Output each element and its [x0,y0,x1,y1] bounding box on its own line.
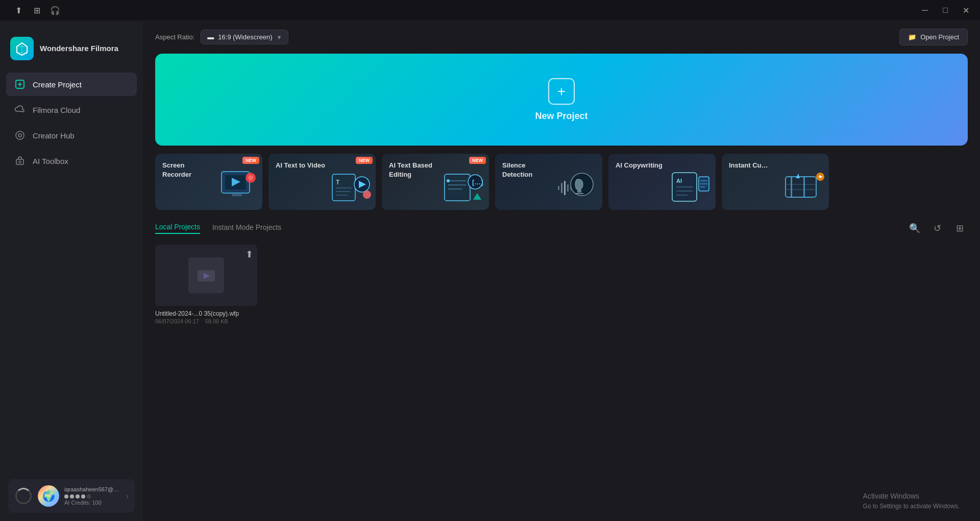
svg-point-4 [18,134,21,137]
grid-icon-btn[interactable]: ⊞ [29,2,45,18]
sidebar-item-label: Filmora Cloud [33,106,80,114]
sidebar-item-label: Creator Hub [33,131,75,140]
feature-card-screen-recorder[interactable]: NEW Screen Recorder [155,154,262,210]
svg-text:AI: AI [676,178,682,184]
filmora-cloud-icon [14,104,26,115]
refresh-button[interactable]: ↺ [929,220,945,236]
svg-rect-13 [332,174,355,201]
tab-instant-mode-projects[interactable]: Instant Mode Projects [212,223,281,233]
instant-cut-icon [780,167,826,207]
feature-card-label: Silence Detection [502,161,553,179]
svg-text:T: T [336,179,340,186]
feature-card-silence-detection[interactable]: Silence Detection [495,154,602,210]
project-thumbnail-inner [188,257,224,293]
minimize-button[interactable]: ─ [917,2,933,18]
svg-point-6 [19,161,21,163]
project-name: Untitled-2024-...0 35(copy).wfp [155,310,257,317]
search-button[interactable]: 🔍 [906,220,923,236]
project-size: 58.00 KB [205,318,228,324]
svg-rect-31 [558,186,559,190]
sidebar: Wondershare Filmora Create Project [0,20,143,521]
open-project-label: Open Project [920,33,959,41]
svg-point-12 [248,175,253,180]
projects-grid: ⬆ Untitled-2024-...0 35(copy).wfp 06/07/… [155,245,968,324]
ai-toolbox-icon [14,155,26,167]
new-badge: NEW [356,157,373,164]
svg-rect-32 [561,183,562,193]
project-meta: 06/07/2024 06:17 58.00 KB [155,318,257,324]
close-button[interactable]: ✕ [958,2,974,18]
titlebar-icons: ⬆ ⊞ 🎧 [6,2,63,18]
logo-area: Wondershare Filmora [0,29,143,73]
svg-rect-34 [567,184,569,192]
user-dots [64,494,121,499]
aspect-ratio-dropdown[interactable]: ▬ 16:9 (Widescreen) ▼ [201,30,288,44]
svg-rect-49 [803,177,805,197]
tab-local-projects[interactable]: Local Projects [155,223,200,234]
ai-text-based-editing-icon: […] [440,167,486,207]
user-info: iqraashaheen567@gmail.c... AI Credits: 1… [64,486,121,506]
feature-card-ai-copywriting[interactable]: AI Copywriting AI [608,154,716,210]
user-avatar: 🌍 [38,485,59,507]
activate-windows-notice: Activate Windows Go to Settings to activ… [863,491,960,511]
projects-tabs: Local Projects Instant Mode Projects 🔍 ↺… [155,220,968,236]
feature-card-instant-cut[interactable]: Instant Cu… [722,154,829,210]
sidebar-bottom: 🌍 iqraashaheen567@gmail.c... AI Credits:… [0,471,143,521]
svg-point-20 [363,191,371,199]
sidebar-item-create-project[interactable]: Create Project [6,73,137,96]
svg-rect-45 [786,177,816,197]
main-layout: Wondershare Filmora Create Project [0,20,980,521]
svg-text:[…]: […] [472,178,483,186]
feature-card-label: Instant Cu… [729,161,768,170]
svg-rect-48 [791,177,792,197]
dot-5 [87,494,91,499]
project-thumbnail: ⬆ [155,245,257,306]
loading-spinner [14,487,33,505]
new-badge: NEW [469,157,486,164]
screen-icon: ▬ [207,33,214,41]
svg-rect-10 [232,194,242,196]
user-card[interactable]: 🌍 iqraashaheen567@gmail.c... AI Credits:… [8,479,135,513]
new-badge: NEW [242,157,259,164]
headset-icon-btn[interactable]: 🎧 [47,2,63,18]
upload-icon-btn[interactable]: ⬆ [10,2,27,18]
projects-actions: 🔍 ↺ ⊞ [906,220,968,236]
nav-items: Create Project Filmora Cloud Creator [0,73,143,173]
screen-recorder-icon [214,167,260,207]
grid-view-button[interactable]: ⊞ [951,220,968,236]
user-credits: AI Credits: 100 [64,500,121,506]
ai-text-to-video-icon: T [327,167,373,207]
svg-rect-5 [16,159,23,164]
project-card[interactable]: ⬆ Untitled-2024-...0 35(copy).wfp 06/07/… [155,245,257,324]
svg-point-25 [447,179,450,182]
ai-copywriting-icon: AI [667,167,713,207]
feature-cards: NEW Screen Recorder NEW AI Text to V [155,154,968,210]
feature-card-label: AI Text to Video [276,161,325,170]
create-project-icon [14,79,26,90]
upload-icon: ⬆ [246,249,253,260]
svg-rect-35 [570,187,572,190]
open-project-button[interactable]: 📁 Open Project [899,29,968,45]
sidebar-item-creator-hub[interactable]: Creator Hub [6,124,137,147]
maximize-button[interactable]: □ [937,2,953,18]
sidebar-item-filmora-cloud[interactable]: Filmora Cloud [6,98,137,122]
chevron-down-icon: ▼ [277,34,282,40]
folder-icon: 📁 [908,33,916,41]
app-name: Wondershare Filmora [40,43,118,54]
dot-3 [76,494,80,499]
silence-detection-icon [554,167,600,207]
top-bar: Aspect Ratio: ▬ 16:9 (Widescreen) ▼ 📁 Op… [143,20,980,54]
dot-1 [64,494,68,499]
hero-banner[interactable]: + New Project [155,54,968,146]
dot-4 [81,494,85,499]
activate-windows-title: Activate Windows [863,491,960,502]
sidebar-item-ai-toolbox[interactable]: AI Toolbox [6,149,137,173]
chevron-right-icon: › [126,492,129,500]
activate-windows-subtitle: Go to Settings to activate Windows. [863,502,960,511]
svg-rect-29 [577,190,581,193]
feature-card-ai-text-based-editing[interactable]: NEW AI Text Based Editing […] [382,154,489,210]
feature-card-ai-text-to-video[interactable]: NEW AI Text to Video T [268,154,376,210]
content-area: Aspect Ratio: ▬ 16:9 (Widescreen) ▼ 📁 Op… [143,20,980,521]
aspect-ratio-selector: Aspect Ratio: ▬ 16:9 (Widescreen) ▼ [155,30,288,44]
svg-point-3 [16,131,24,139]
